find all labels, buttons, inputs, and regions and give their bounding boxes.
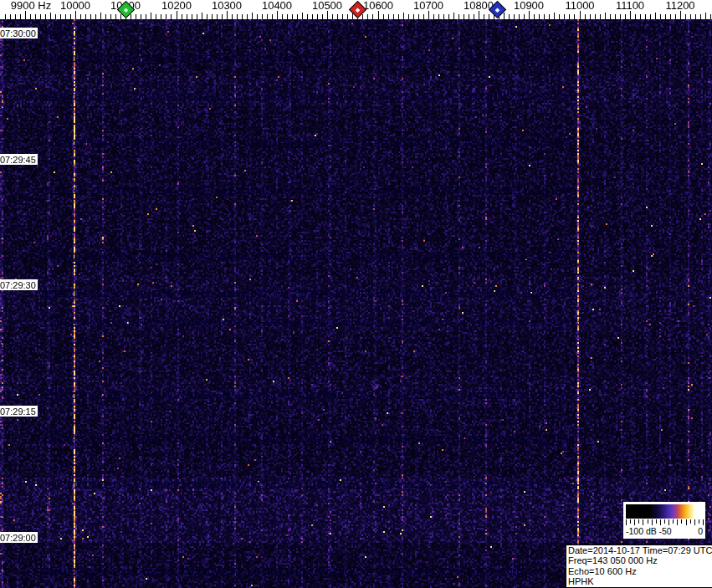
- freq-axis-label: 10200: [161, 0, 192, 11]
- freq-axis-label: 9900 Hz: [11, 0, 51, 11]
- event-detection-line: 20141017072912304 hCnt201 nb-77 f10799 h…: [44, 392, 574, 401]
- freq-axis-label: 10900: [514, 0, 544, 11]
- colorbar-tick: [686, 519, 687, 525]
- freq-tick: [192, 14, 192, 19]
- freq-tick: [655, 13, 656, 19]
- event-detection-line: 20141017072837104 hCnt198 nb-77 f10301 h…: [44, 569, 544, 577]
- freq-tick: [645, 14, 646, 19]
- freq-tick: [413, 14, 414, 19]
- event-detection-line: 20141017072934304 hCnt205 nb-76 f10650 h…: [44, 187, 576, 196]
- freq-axis-label: 10600: [363, 0, 393, 11]
- freq-tick: [670, 14, 671, 19]
- colorbar-tick: [673, 519, 674, 524]
- colorbar-label: 0: [698, 526, 703, 537]
- freq-tick: [222, 14, 223, 19]
- freq-tick: [448, 14, 449, 19]
- freq-tick: [105, 14, 106, 19]
- colorbar-tick: [638, 519, 639, 524]
- freq-tick: [680, 11, 681, 19]
- freq-tick: [685, 14, 686, 19]
- freq-tick: [272, 14, 273, 19]
- freq-tick: [605, 13, 606, 19]
- freq-tick: [705, 13, 706, 19]
- freq-tick: [212, 14, 213, 19]
- edge-tick-mark: `: [1, 360, 4, 366]
- freq-tick: [90, 14, 91, 19]
- freq-tick: [30, 14, 31, 19]
- freq-tick: [252, 13, 253, 19]
- freq-axis-label: 10700: [413, 0, 443, 11]
- freq-tick: [15, 14, 16, 19]
- freq-tick: [504, 13, 505, 19]
- freq-tick: [393, 14, 394, 19]
- event-detection-line: 20141017072916704 hCnt202 nb-76 f10550 h…: [44, 320, 581, 328]
- freq-tick: [635, 14, 636, 19]
- freq-tick: [549, 14, 550, 19]
- freq-tick: [484, 14, 484, 19]
- freq-axis-label: 10500: [312, 0, 342, 11]
- freq-tick: [554, 13, 555, 19]
- blue-diamond-icon: [488, 1, 505, 18]
- colorbar-tick: [648, 519, 648, 524]
- diamond-center-dot: [123, 8, 128, 13]
- colorbar-ticks: [626, 519, 703, 526]
- colorbar-tick: [699, 519, 699, 524]
- green-freq-marker[interactable]: [120, 3, 132, 16]
- freq-tick: [695, 14, 696, 19]
- freq-axis-label: 11100: [616, 0, 644, 11]
- freq-tick: [332, 14, 333, 19]
- freq-tick: [428, 11, 429, 19]
- colorbar-tick: [652, 519, 653, 525]
- freq-tick: [665, 14, 666, 19]
- freq-tick: [161, 14, 161, 19]
- freq-tick: [529, 11, 530, 19]
- freq-tick: [489, 14, 489, 19]
- freq-tick: [519, 14, 520, 19]
- freq-tick: [564, 14, 565, 19]
- info-box-line: Freq=143 050 000 Hz: [568, 555, 712, 565]
- freq-tick: [474, 14, 474, 19]
- freq-tick: [20, 14, 21, 19]
- freq-tick: [297, 14, 298, 19]
- freq-tick: [45, 14, 46, 19]
- freq-tick: [433, 14, 434, 19]
- time-label: 07:29:00: [0, 532, 38, 543]
- freq-axis-label: 11000: [565, 0, 594, 11]
- freq-tick: [40, 14, 41, 19]
- freq-tick: [464, 14, 464, 19]
- red-freq-marker[interactable]: [351, 3, 364, 16]
- event-detection-line: 20141017072928904 hCnt204 nb-75 f10650 h…: [44, 253, 571, 261]
- freq-tick: [177, 11, 177, 19]
- freq-tick: [544, 14, 545, 19]
- freq-tick: [337, 14, 338, 19]
- freq-tick: [620, 14, 621, 19]
- freq-tick: [156, 14, 156, 19]
- freq-axis-label: 10400: [262, 0, 292, 11]
- freq-tick: [182, 14, 182, 19]
- freq-tick: [458, 14, 459, 19]
- colorbar-tick: [694, 519, 695, 525]
- diamond-center-dot: [355, 8, 360, 13]
- freq-tick: [287, 14, 288, 19]
- freq-tick: [197, 14, 197, 19]
- freq-tick: [312, 14, 313, 19]
- freq-tick: [171, 14, 172, 19]
- freq-tick: [524, 14, 525, 19]
- edge-tick-mark: `: [1, 238, 4, 243]
- freq-tick: [569, 14, 570, 19]
- freq-tick: [322, 14, 323, 19]
- freq-tick: [5, 14, 6, 19]
- freq-tick: [398, 14, 399, 19]
- freq-tick: [438, 14, 439, 19]
- colorbar-tick: [681, 519, 682, 524]
- freq-tick: [292, 14, 293, 19]
- blue-freq-marker[interactable]: [491, 3, 504, 16]
- freq-tick: [347, 14, 348, 19]
- freq-tick: [50, 13, 51, 19]
- freq-tick: [85, 14, 86, 19]
- edge-tick-mark: `: [1, 517, 4, 522]
- freq-tick: [710, 14, 711, 19]
- event-time-marker: ^t+44: [42, 160, 63, 168]
- freq-tick: [317, 14, 318, 19]
- freq-tick: [615, 14, 616, 19]
